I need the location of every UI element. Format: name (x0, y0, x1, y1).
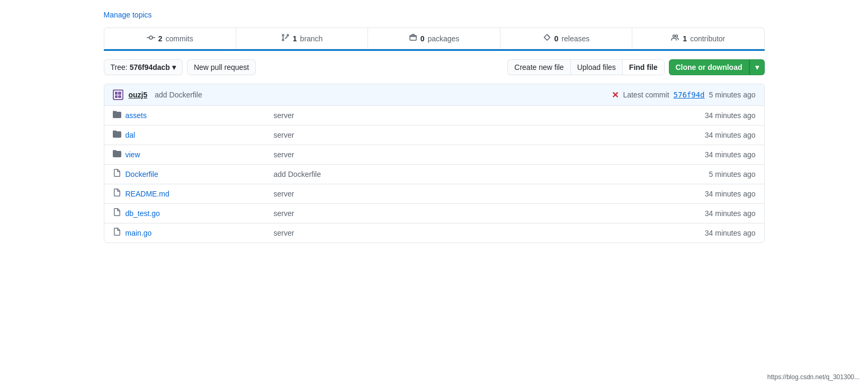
file-time: 34 minutes ago (660, 131, 756, 139)
file-row: main.goserver34 minutes ago (104, 223, 764, 243)
stats-commits[interactable]: 2 commits (104, 28, 236, 49)
toolbar-right: Create new file Upload files Find file C… (507, 59, 764, 75)
file-name-link[interactable]: Dockerfile (126, 170, 274, 178)
svg-point-4 (548, 35, 549, 37)
file-time: 34 minutes ago (660, 229, 756, 237)
file-commit-message: server (274, 190, 660, 198)
file-name-link[interactable]: main.go (126, 229, 274, 237)
progress-bar (104, 49, 765, 51)
folder-icon (113, 149, 121, 160)
file-name-link[interactable]: assets (126, 111, 274, 120)
commit-avatar (113, 89, 123, 100)
file-time: 34 minutes ago (660, 150, 756, 159)
toolbar-left: Tree: 576f94dacb ▾ New pull request (104, 59, 256, 75)
file-time: 34 minutes ago (660, 209, 756, 218)
file-name-link[interactable]: view (126, 150, 274, 159)
file-icon (113, 208, 121, 219)
tree-hash: 576f94dacb (130, 63, 170, 71)
file-commit-message: add Dockerfile (274, 170, 660, 178)
commit-hash-link[interactable]: 576f94d (674, 91, 705, 99)
file-icon (113, 228, 121, 238)
manage-topics-section: Manage topics (104, 11, 765, 19)
branch-count: 1 (293, 34, 297, 43)
folder-icon (113, 130, 121, 140)
file-row: viewserver34 minutes ago (104, 145, 764, 165)
packages-icon (409, 33, 417, 43)
contributor-icon (671, 33, 679, 43)
latest-commit-label: Latest commit (623, 91, 669, 99)
svg-point-0 (149, 36, 153, 39)
commits-label: commits (166, 34, 193, 43)
file-actions-group: Create new file Upload files Find file (507, 59, 664, 75)
file-commit-message: server (274, 150, 660, 159)
releases-label: releases (561, 34, 589, 43)
packages-label: packages (427, 34, 459, 43)
stats-branch[interactable]: 1 branch (236, 28, 368, 49)
svg-point-6 (676, 35, 678, 37)
svg-point-5 (673, 35, 675, 37)
commits-count: 2 (158, 34, 163, 43)
commit-time: 5 minutes ago (709, 91, 756, 99)
file-commit-message: server (274, 131, 660, 139)
file-name-link[interactable]: db_test.go (126, 209, 274, 218)
repo-file-browser: ouzj5 add Dockerfile ✕ Latest commit 576… (104, 84, 765, 243)
file-commit-message: server (274, 229, 660, 237)
file-row: README.mdserver34 minutes ago (104, 184, 764, 204)
manage-topics-link[interactable]: Manage topics (104, 11, 152, 19)
upload-files-button[interactable]: Upload files (570, 59, 622, 75)
file-list: assetsserver34 minutes agodalserver34 mi… (104, 106, 764, 243)
find-file-button[interactable]: Find file (622, 59, 665, 75)
clone-or-download-button[interactable]: Clone or download (669, 59, 749, 75)
commit-author-link[interactable]: ouzj5 (129, 91, 148, 99)
file-row: dalserver34 minutes ago (104, 126, 764, 145)
file-time: 34 minutes ago (660, 111, 756, 120)
stats-contributor[interactable]: 1 contributor (632, 28, 764, 49)
create-new-file-button[interactable]: Create new file (507, 59, 570, 75)
branch-label: branch (300, 34, 323, 43)
new-pull-request-button[interactable]: New pull request (187, 59, 256, 75)
commit-message: add Dockerfile (155, 91, 202, 99)
file-name-link[interactable]: dal (126, 131, 274, 139)
packages-count: 0 (420, 34, 425, 43)
file-icon (113, 189, 121, 199)
contributor-label: contributor (690, 34, 725, 43)
file-time: 5 minutes ago (660, 170, 756, 178)
tree-label: Tree: (111, 63, 128, 71)
latest-commit-row: ouzj5 add Dockerfile ✕ Latest commit 576… (104, 84, 764, 106)
file-row: assetsserver34 minutes ago (104, 106, 764, 126)
tree-selector-button[interactable]: Tree: 576f94dacb ▾ (104, 59, 183, 75)
tree-dropdown-icon: ▾ (172, 63, 176, 71)
file-row: Dockerfileadd Dockerfile5 minutes ago (104, 165, 764, 184)
file-time: 34 minutes ago (660, 190, 756, 198)
contributor-count: 1 (683, 34, 687, 43)
stats-packages[interactable]: 0 packages (368, 28, 500, 49)
clone-dropdown-button[interactable]: ▾ (749, 59, 765, 75)
commit-status-icon: ✕ (612, 90, 619, 100)
file-name-link[interactable]: README.md (126, 190, 274, 198)
file-icon (113, 169, 121, 180)
folder-icon (113, 110, 121, 121)
commit-left: ouzj5 add Dockerfile (113, 89, 202, 100)
releases-icon (543, 33, 551, 43)
file-commit-message: server (274, 111, 660, 120)
clone-dropdown-icon: ▾ (755, 63, 759, 71)
clone-button-group: Clone or download ▾ (669, 59, 765, 75)
commits-icon (147, 33, 155, 43)
branch-icon (281, 33, 290, 43)
file-row: db_test.goserver34 minutes ago (104, 204, 764, 223)
releases-count: 0 (554, 34, 559, 43)
toolbar: Tree: 576f94dacb ▾ New pull request Crea… (104, 59, 765, 75)
stats-bar: 2 commits 1 branch 0 packages 0 releases (104, 28, 765, 49)
file-commit-message: server (274, 209, 660, 218)
stats-releases[interactable]: 0 releases (500, 28, 632, 49)
commit-right: ✕ Latest commit 576f94d 5 minutes ago (612, 90, 755, 100)
